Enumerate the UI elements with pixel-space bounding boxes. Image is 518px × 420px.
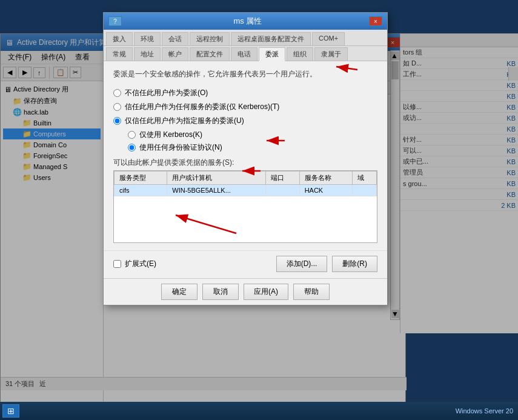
service-label: 可以由此帐户提供委派凭据的服务(S): [113, 158, 377, 168]
modal-body: 委派是一个安全敏感的操作，它允许服务代表另一个用户运行。 不信任此用户作为委派(… [104, 61, 387, 250]
cell-type: cifs [115, 185, 167, 196]
col-service-name: 服务名称 [299, 172, 352, 185]
radio-any-kerberos[interactable]: 信任此用户作为任何服务的委派(仅 Kerberos)(T) [113, 102, 377, 112]
footer-row: 扩展式(E) 添加(D)... 删除(R) [113, 256, 377, 272]
cancel-button[interactable]: 取消 [202, 284, 239, 300]
tab-env[interactable]: 环境 [134, 32, 161, 45]
modal-footer: 扩展式(E) 添加(D)... 删除(R) [104, 250, 387, 278]
tab-bar-2: 常规 地址 帐户 配置文件 电话 委派 组织 隶属于 [104, 46, 387, 61]
radio-specified[interactable]: 仅信任此用户作为指定服务的委派(U) [113, 116, 377, 126]
tab-delegate[interactable]: 委派 [259, 47, 285, 61]
tab-session[interactable]: 会话 [162, 32, 188, 45]
col-computer: 用户或计算机 [167, 172, 266, 185]
start-button[interactable]: ⊞ [2, 404, 19, 418]
service-table: 服务类型 用户或计算机 端口 服务名称 域 cifs WIN-5BGE5ALLK… [114, 171, 377, 196]
radio-no-trust[interactable]: 不信任此用户作为委派(O) [113, 88, 377, 98]
tab-com[interactable]: COM+ [312, 32, 345, 45]
modal-close-button[interactable]: × [369, 16, 382, 26]
expand-checkbox[interactable]: 扩展式(E) [113, 259, 156, 269]
col-port: 端口 [265, 172, 299, 185]
cell-service: HACK [299, 185, 352, 196]
tab-address[interactable]: 地址 [134, 47, 161, 61]
radio-any-auth[interactable]: 使用任何身份验证协议(N) [128, 142, 377, 153]
expand-checkbox-input[interactable] [113, 260, 121, 268]
cell-domain [352, 185, 376, 196]
radio-specified-input[interactable] [113, 117, 121, 125]
col-domain: 域 [352, 172, 376, 185]
ok-button[interactable]: 确定 [161, 284, 198, 300]
tab-account[interactable]: 帐户 [162, 47, 188, 61]
add-button[interactable]: 添加(D)... [276, 256, 328, 272]
radio-kerberos-only[interactable]: 仅使用 Kerberos(K) [128, 130, 377, 140]
modal-title-bar: ? ms 属性 × [104, 13, 387, 30]
remove-button[interactable]: 删除(R) [332, 256, 377, 272]
service-section: 可以由此帐户提供委派凭据的服务(S): 服务类型 用户或计算机 端口 服务名称 … [113, 158, 377, 243]
tab-remote-ctrl[interactable]: 远程控制 [190, 32, 230, 45]
delegation-desc: 委派是一个安全敏感的操作，它允许服务代表另一个用户运行。 [113, 68, 377, 79]
taskbar-right: Windows Server 20 [456, 407, 513, 415]
radio-any-kerberos-input[interactable] [113, 103, 121, 111]
tab-member[interactable]: 隶属于 [314, 47, 348, 61]
help-button[interactable]: 帮助 [293, 284, 330, 300]
radio-any-auth-input[interactable] [128, 144, 136, 152]
radio-kerberos-only-input[interactable] [128, 131, 136, 139]
modal-title: ms 属性 [127, 16, 369, 27]
tab-phone[interactable]: 电话 [231, 47, 257, 61]
col-service-type: 服务类型 [115, 172, 167, 185]
service-btn-group: 添加(D)... 删除(R) [276, 256, 377, 272]
cell-port [265, 185, 299, 196]
sub-radio-group: 仅使用 Kerberos(K) 使用任何身份验证协议(N) [128, 130, 377, 153]
service-table-container[interactable]: 服务类型 用户或计算机 端口 服务名称 域 cifs WIN-5BGE5ALLK… [113, 170, 377, 243]
apply-button[interactable]: 应用(A) [244, 284, 288, 300]
radio-no-trust-input[interactable] [113, 89, 121, 97]
radio-group: 不信任此用户作为委派(O) 信任此用户作为任何服务的委派(仅 Kerberos)… [113, 88, 377, 153]
tab-boru[interactable]: 拨入 [106, 32, 133, 45]
cell-computer: WIN-5BGE5ALLK... [167, 185, 266, 196]
tab-org[interactable]: 组织 [287, 47, 313, 61]
table-row[interactable]: cifs WIN-5BGE5ALLK... HACK [115, 185, 377, 196]
tab-profile[interactable]: 配置文件 [190, 47, 230, 61]
modal-help-button[interactable]: ? [108, 16, 122, 26]
tab-remote-desktop[interactable]: 远程桌面服务配置文件 [231, 32, 311, 45]
bottom-buttons: 确定 取消 应用(A) 帮助 [104, 278, 387, 305]
tab-general[interactable]: 常规 [106, 47, 133, 61]
tab-bar: 拨入 环境 会话 远程控制 远程桌面服务配置文件 COM+ [104, 30, 387, 46]
modal-dialog: ? ms 属性 × 拨入 环境 会话 远程控制 远程桌面服务配置文件 COM+ … [103, 12, 388, 305]
taskbar: ⊞ Windows Server 20 [0, 402, 518, 420]
